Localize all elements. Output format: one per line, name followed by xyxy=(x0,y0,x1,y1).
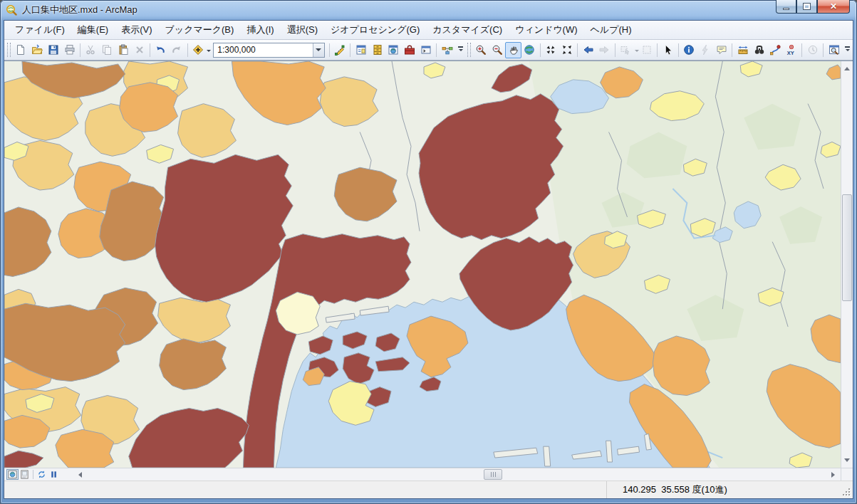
table-of-contents-button[interactable] xyxy=(353,42,369,58)
refresh-button[interactable] xyxy=(36,469,48,480)
search-window-button[interactable] xyxy=(385,42,402,58)
back-extent-button[interactable] xyxy=(580,42,596,58)
scroll-left-button[interactable] xyxy=(73,468,85,481)
measure-button[interactable] xyxy=(734,42,751,58)
toolbar-separator xyxy=(80,43,80,57)
menu-item-4[interactable]: 挿入(I) xyxy=(240,21,280,38)
scroll-up-button[interactable] xyxy=(841,61,853,73)
html-popup-button[interactable] xyxy=(714,42,730,58)
menu-item-8[interactable]: ウィンドウ(W) xyxy=(509,21,583,38)
toolbar-grip[interactable] xyxy=(7,43,11,57)
menu-item-2[interactable]: 表示(V) xyxy=(115,21,158,38)
find-route-button[interactable] xyxy=(767,42,784,58)
hyperlink-button[interactable] xyxy=(697,42,714,58)
new-map-button[interactable] xyxy=(13,42,29,58)
copy-button[interactable] xyxy=(99,42,115,58)
catalog-window-button[interactable] xyxy=(369,42,385,58)
map-region-c3[interactable] xyxy=(232,61,326,125)
map-canvas[interactable] xyxy=(4,61,841,468)
clear-selection-button[interactable] xyxy=(639,42,655,58)
title-bar[interactable]: 人口集中地区.mxd - ArcMap ✕ xyxy=(0,0,857,20)
pan-button[interactable] xyxy=(505,42,521,58)
cut-button[interactable] xyxy=(83,42,99,58)
undo-button[interactable] xyxy=(152,42,169,58)
fixed-zoom-in-button[interactable] xyxy=(543,42,559,58)
map-region-c5[interactable] xyxy=(492,64,532,93)
vertical-scroll-track[interactable] xyxy=(841,73,853,456)
model-builder-button[interactable] xyxy=(439,42,455,58)
map-region-c5[interactable] xyxy=(155,154,294,302)
paste-button[interactable] xyxy=(115,42,132,58)
scroll-right-button[interactable] xyxy=(829,468,841,481)
forward-extent-button[interactable] xyxy=(596,42,613,58)
vertical-scrollbar[interactable] xyxy=(841,61,853,468)
map-pier[interactable] xyxy=(606,441,613,462)
data-view-button[interactable] xyxy=(6,469,19,480)
full-extent-button[interactable] xyxy=(521,42,538,58)
menu-item-5[interactable]: 選択(S) xyxy=(281,21,324,38)
zoom-out-button[interactable] xyxy=(489,42,506,58)
map-region-c5[interactable] xyxy=(419,94,563,240)
toolbar-separator xyxy=(540,43,541,57)
select-features-button[interactable] xyxy=(618,42,634,58)
go-to-xy-button[interactable]: XY xyxy=(784,42,800,58)
minimize-button[interactable] xyxy=(776,0,796,14)
map-region-c2[interactable] xyxy=(320,77,378,127)
arcmap-window: 人口集中地区.mxd - ArcMap ✕ ファイル(F)編集(E)表示(V)ブ… xyxy=(0,0,857,504)
map-region-c4[interactable] xyxy=(160,339,227,390)
map-region-c4[interactable] xyxy=(4,207,51,276)
fixed-zoom-out-button[interactable] xyxy=(559,42,576,58)
map-scale-value[interactable]: 1:300,000 xyxy=(214,45,312,55)
viewer-window-button[interactable] xyxy=(826,42,842,58)
add-data-button[interactable] xyxy=(190,42,207,58)
find-button[interactable] xyxy=(751,42,767,58)
menu-item-9[interactable]: ヘルプ(H) xyxy=(584,21,638,38)
tools-toolbar-options-button[interactable] xyxy=(843,42,853,58)
map-region-c1[interactable] xyxy=(424,63,445,78)
select-elements-button[interactable] xyxy=(660,42,676,58)
select-features-dropdown-caret[interactable] xyxy=(635,50,639,54)
menu-item-1[interactable]: 編集(E) xyxy=(71,21,115,38)
delete-button[interactable] xyxy=(131,42,147,58)
map-scale-dropdown-button[interactable] xyxy=(313,43,324,57)
menu-item-0[interactable]: ファイル(F) xyxy=(9,21,71,38)
editor-toolbar-button[interactable] xyxy=(332,42,348,58)
map-pier[interactable] xyxy=(544,446,551,466)
map-region-c5[interactable] xyxy=(4,451,43,468)
map-region-c1[interactable] xyxy=(147,145,174,163)
horizontal-scroll-track[interactable] xyxy=(85,468,829,481)
map-region-c5[interactable] xyxy=(129,408,249,468)
vertical-scroll-thumb[interactable] xyxy=(842,194,852,301)
toolbar-options-button[interactable] xyxy=(456,42,466,58)
close-button[interactable]: ✕ xyxy=(817,0,850,14)
menu-item-6[interactable]: ジオプロセシング(G) xyxy=(324,21,426,38)
python-window-button[interactable] xyxy=(417,42,434,58)
zoom-in-button[interactable] xyxy=(473,42,489,58)
save-button[interactable] xyxy=(46,42,62,58)
maximize-icon xyxy=(804,4,810,9)
map-viewport[interactable] xyxy=(4,61,841,468)
pause-drawing-button[interactable] xyxy=(48,469,60,480)
menu-item-7[interactable]: カスタマイズ(C) xyxy=(426,21,509,38)
add-data-dropdown-caret[interactable] xyxy=(207,50,211,54)
map-region-c4[interactable] xyxy=(334,167,397,221)
map-region-c2[interactable] xyxy=(178,104,237,158)
maximize-button[interactable] xyxy=(796,0,817,14)
layout-view-button[interactable] xyxy=(19,469,31,480)
menu-item-3[interactable]: ブックマーク(B) xyxy=(159,21,241,38)
tools-toolbar-grip[interactable] xyxy=(467,43,471,57)
svg-text:XY: XY xyxy=(787,50,794,56)
arctoolbox-button[interactable] xyxy=(402,42,418,58)
toolbar-separator xyxy=(678,43,679,57)
time-slider-button[interactable] xyxy=(804,42,821,58)
map-scale-combobox[interactable]: 1:300,000 xyxy=(213,43,324,58)
chevron-down-icon xyxy=(316,48,321,54)
horizontal-scroll-thumb[interactable] xyxy=(484,469,502,480)
redo-button[interactable] xyxy=(169,42,185,58)
open-button[interactable] xyxy=(29,42,46,58)
resize-grip[interactable] xyxy=(841,487,851,497)
scroll-down-button[interactable] xyxy=(841,456,853,468)
map-region-c2[interactable] xyxy=(158,298,231,343)
identify-button[interactable] xyxy=(681,42,697,58)
print-button[interactable] xyxy=(61,42,78,58)
